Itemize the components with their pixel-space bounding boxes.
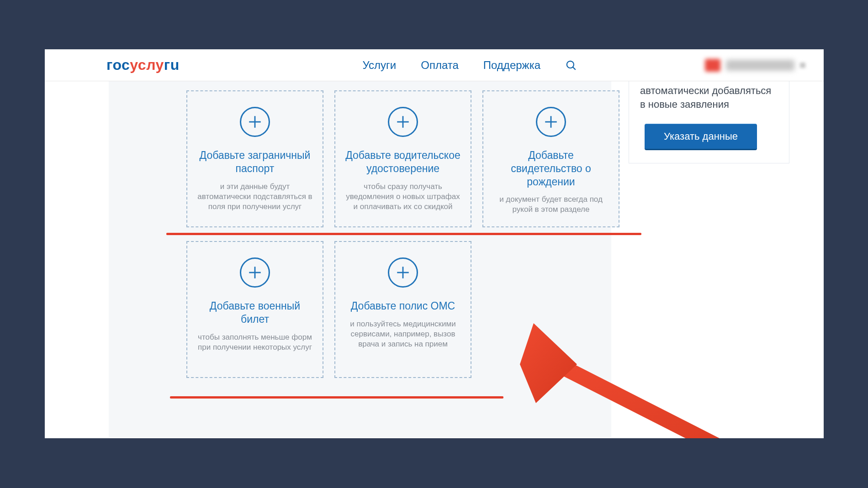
card-title: Добавьте военный билет — [197, 299, 312, 326]
card-driver-license[interactable]: Добавьте водительское удостоверение чтоб… — [334, 90, 471, 227]
nav-support[interactable]: Поддержка — [483, 59, 540, 72]
card-foreign-passport[interactable]: Добавьте заграничный паспорт и эти данны… — [186, 90, 323, 227]
card-birth-certificate[interactable]: Добавьте свидетельство о рождении и доку… — [482, 90, 619, 227]
cards-row-2: Добавьте военный билет чтобы заполнять м… — [186, 241, 471, 378]
card-desc: и документ будет всегда под рукой в этом… — [493, 194, 609, 215]
search-icon[interactable] — [565, 59, 577, 71]
cards-row-1: Добавьте заграничный паспорт и эти данны… — [186, 90, 619, 227]
user-menu-caret — [800, 63, 805, 68]
plus-icon — [240, 257, 270, 288]
svg-line-1 — [573, 67, 576, 70]
card-desc: чтобы заполнять меньше форм при получени… — [197, 332, 312, 352]
documents-panel: Добавьте заграничный паспорт и эти данны… — [109, 81, 611, 437]
side-panel-text: автоматически добавляться в новые заявле… — [640, 84, 778, 111]
specify-data-button[interactable]: Указать данные — [645, 124, 757, 150]
top-bar: госуслугu Услуги Оплата Поддержка — [45, 49, 824, 81]
content-area: Добавьте заграничный паспорт и эти данны… — [45, 81, 824, 438]
plus-icon — [388, 257, 418, 288]
user-menu[interactable] — [705, 59, 805, 72]
app-window: госуслугu Услуги Оплата Поддержка — [45, 49, 824, 438]
plus-icon — [388, 107, 418, 137]
avatar — [705, 59, 720, 72]
card-desc: и пользуйтесь медицинскими сервисами, на… — [345, 319, 460, 349]
plus-icon — [536, 107, 566, 137]
card-military-id[interactable]: Добавьте военный билет чтобы заполнять м… — [186, 241, 323, 378]
nav-services[interactable]: Услуги — [362, 59, 396, 72]
card-desc: чтобы сразу получать уведомления о новых… — [345, 182, 460, 212]
user-name — [726, 60, 794, 71]
site-logo[interactable]: госуслугu — [106, 57, 180, 73]
plus-icon — [240, 107, 270, 137]
main-nav: Услуги Оплата Поддержка — [362, 59, 577, 72]
card-title: Добавьте заграничный паспорт — [197, 149, 312, 175]
card-title: Добавьте водительское удостоверение — [345, 149, 460, 175]
logo-part-uslu: услу — [130, 57, 164, 73]
card-oms-policy[interactable]: Добавьте полис ОМС и пользуйтесь медицин… — [334, 241, 471, 378]
logo-part-gi: гu — [164, 57, 180, 73]
card-title: Добавьте полис ОМС — [351, 299, 455, 313]
annotation-underline-1 — [166, 233, 641, 235]
annotation-underline-2 — [170, 396, 503, 399]
svg-point-0 — [567, 61, 574, 68]
nav-payments[interactable]: Оплата — [421, 59, 459, 72]
card-desc: и эти данные будут автоматически подстав… — [197, 182, 312, 212]
card-title: Добавьте свидетельство о рождении — [493, 149, 609, 188]
logo-part-gos: гос — [106, 57, 130, 73]
side-panel: автоматически добавляться в новые заявле… — [629, 81, 789, 163]
